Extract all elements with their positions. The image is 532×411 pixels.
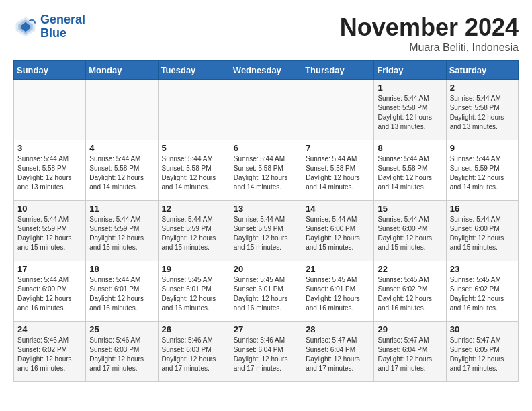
calendar-day-cell: 17Sunrise: 5:44 AM Sunset: 6:00 PM Dayli… bbox=[14, 261, 86, 322]
day-number: 28 bbox=[306, 324, 370, 334]
calendar-day-cell: 13Sunrise: 5:44 AM Sunset: 5:59 PM Dayli… bbox=[230, 201, 302, 261]
weekday-header: Monday bbox=[86, 61, 158, 80]
calendar-day-cell: 4Sunrise: 5:44 AM Sunset: 5:58 PM Daylig… bbox=[86, 140, 158, 201]
calendar-day-cell: 9Sunrise: 5:44 AM Sunset: 5:59 PM Daylig… bbox=[446, 140, 518, 201]
day-number: 21 bbox=[306, 264, 370, 274]
day-number: 12 bbox=[162, 203, 226, 214]
day-number: 8 bbox=[378, 143, 442, 153]
calendar-day-cell: 8Sunrise: 5:44 AM Sunset: 5:58 PM Daylig… bbox=[374, 140, 446, 201]
calendar-day-cell: 30Sunrise: 5:47 AM Sunset: 6:05 PM Dayli… bbox=[446, 322, 518, 382]
day-info: Sunrise: 5:44 AM Sunset: 5:58 PM Dayligh… bbox=[234, 154, 298, 192]
day-number: 14 bbox=[306, 203, 370, 214]
day-info: Sunrise: 5:45 AM Sunset: 6:02 PM Dayligh… bbox=[378, 275, 442, 313]
day-number: 2 bbox=[450, 83, 515, 93]
day-info: Sunrise: 5:45 AM Sunset: 6:01 PM Dayligh… bbox=[234, 275, 298, 313]
page-header: General Blue November 2024 Muara Beliti,… bbox=[13, 13, 519, 54]
day-info: Sunrise: 5:44 AM Sunset: 5:59 PM Dayligh… bbox=[450, 154, 515, 192]
logo: General Blue bbox=[13, 13, 85, 40]
calendar-day-cell bbox=[14, 80, 86, 140]
day-info: Sunrise: 5:47 AM Sunset: 6:04 PM Dayligh… bbox=[378, 336, 442, 373]
calendar-day-cell: 19Sunrise: 5:45 AM Sunset: 6:01 PM Dayli… bbox=[158, 261, 230, 322]
calendar-day-cell: 21Sunrise: 5:45 AM Sunset: 6:01 PM Dayli… bbox=[302, 261, 374, 322]
day-number: 17 bbox=[17, 264, 82, 274]
calendar-week-row: 3Sunrise: 5:44 AM Sunset: 5:58 PM Daylig… bbox=[14, 140, 519, 201]
day-number: 4 bbox=[89, 143, 154, 153]
calendar-day-cell: 12Sunrise: 5:44 AM Sunset: 5:59 PM Dayli… bbox=[158, 201, 230, 261]
calendar-day-cell: 11Sunrise: 5:44 AM Sunset: 5:59 PM Dayli… bbox=[86, 201, 158, 261]
day-number: 6 bbox=[234, 143, 298, 153]
day-info: Sunrise: 5:44 AM Sunset: 6:01 PM Dayligh… bbox=[89, 275, 154, 313]
day-info: Sunrise: 5:44 AM Sunset: 5:58 PM Dayligh… bbox=[17, 154, 82, 192]
calendar-day-cell bbox=[158, 80, 230, 140]
day-info: Sunrise: 5:45 AM Sunset: 6:02 PM Dayligh… bbox=[450, 275, 515, 313]
calendar-day-cell: 27Sunrise: 5:46 AM Sunset: 6:04 PM Dayli… bbox=[230, 322, 302, 382]
calendar-day-cell: 18Sunrise: 5:44 AM Sunset: 6:01 PM Dayli… bbox=[86, 261, 158, 322]
calendar-day-cell: 3Sunrise: 5:44 AM Sunset: 5:58 PM Daylig… bbox=[14, 140, 86, 201]
calendar-day-cell: 24Sunrise: 5:46 AM Sunset: 6:02 PM Dayli… bbox=[14, 322, 86, 382]
calendar-day-cell: 16Sunrise: 5:44 AM Sunset: 6:00 PM Dayli… bbox=[446, 201, 518, 261]
day-info: Sunrise: 5:44 AM Sunset: 5:58 PM Dayligh… bbox=[306, 154, 370, 192]
day-info: Sunrise: 5:46 AM Sunset: 6:04 PM Dayligh… bbox=[234, 336, 298, 373]
day-info: Sunrise: 5:46 AM Sunset: 6:02 PM Dayligh… bbox=[17, 336, 82, 373]
calendar-day-cell: 15Sunrise: 5:44 AM Sunset: 6:00 PM Dayli… bbox=[374, 201, 446, 261]
day-info: Sunrise: 5:47 AM Sunset: 6:04 PM Dayligh… bbox=[306, 336, 370, 373]
logo-line1: General bbox=[40, 13, 85, 27]
calendar-day-cell: 2Sunrise: 5:44 AM Sunset: 5:58 PM Daylig… bbox=[446, 80, 518, 140]
day-info: Sunrise: 5:44 AM Sunset: 5:58 PM Dayligh… bbox=[450, 94, 515, 132]
day-info: Sunrise: 5:44 AM Sunset: 5:58 PM Dayligh… bbox=[89, 154, 154, 192]
calendar-week-row: 1Sunrise: 5:44 AM Sunset: 5:58 PM Daylig… bbox=[14, 80, 519, 140]
weekday-header: Friday bbox=[374, 61, 446, 80]
day-info: Sunrise: 5:44 AM Sunset: 6:00 PM Dayligh… bbox=[306, 215, 370, 253]
day-info: Sunrise: 5:44 AM Sunset: 5:58 PM Dayligh… bbox=[378, 154, 442, 192]
day-number: 27 bbox=[234, 324, 298, 334]
calendar-week-row: 17Sunrise: 5:44 AM Sunset: 6:00 PM Dayli… bbox=[14, 261, 519, 322]
day-info: Sunrise: 5:44 AM Sunset: 5:59 PM Dayligh… bbox=[162, 215, 226, 253]
calendar-day-cell: 22Sunrise: 5:45 AM Sunset: 6:02 PM Dayli… bbox=[374, 261, 446, 322]
day-number: 5 bbox=[162, 143, 226, 153]
calendar-week-row: 24Sunrise: 5:46 AM Sunset: 6:02 PM Dayli… bbox=[14, 322, 519, 382]
day-number: 20 bbox=[234, 264, 298, 274]
calendar-day-cell: 5Sunrise: 5:44 AM Sunset: 5:58 PM Daylig… bbox=[158, 140, 230, 201]
day-info: Sunrise: 5:45 AM Sunset: 6:01 PM Dayligh… bbox=[162, 275, 226, 313]
calendar-day-cell: 28Sunrise: 5:47 AM Sunset: 6:04 PM Dayli… bbox=[302, 322, 374, 382]
calendar-day-cell: 23Sunrise: 5:45 AM Sunset: 6:02 PM Dayli… bbox=[446, 261, 518, 322]
day-number: 15 bbox=[378, 203, 442, 214]
calendar-week-row: 10Sunrise: 5:44 AM Sunset: 5:59 PM Dayli… bbox=[14, 201, 519, 261]
calendar-day-cell: 14Sunrise: 5:44 AM Sunset: 6:00 PM Dayli… bbox=[302, 201, 374, 261]
day-number: 22 bbox=[378, 264, 442, 274]
logo-icon bbox=[13, 15, 38, 39]
day-number: 18 bbox=[89, 264, 154, 274]
day-number: 16 bbox=[450, 203, 515, 214]
weekday-header: Sunday bbox=[14, 61, 86, 80]
day-number: 29 bbox=[378, 324, 442, 334]
day-number: 23 bbox=[450, 264, 515, 274]
calendar-table: SundayMondayTuesdayWednesdayThursdayFrid… bbox=[13, 60, 519, 382]
day-number: 25 bbox=[89, 324, 154, 334]
calendar-day-cell: 6Sunrise: 5:44 AM Sunset: 5:58 PM Daylig… bbox=[230, 140, 302, 201]
weekday-header: Saturday bbox=[446, 61, 518, 80]
calendar-day-cell: 25Sunrise: 5:46 AM Sunset: 6:03 PM Dayli… bbox=[86, 322, 158, 382]
day-info: Sunrise: 5:44 AM Sunset: 5:59 PM Dayligh… bbox=[89, 215, 154, 253]
calendar-day-cell bbox=[230, 80, 302, 140]
weekday-header: Thursday bbox=[302, 61, 374, 80]
day-number: 1 bbox=[378, 83, 442, 93]
day-number: 13 bbox=[234, 203, 298, 214]
calendar-day-cell: 20Sunrise: 5:45 AM Sunset: 6:01 PM Dayli… bbox=[230, 261, 302, 322]
month-title: November 2024 bbox=[340, 13, 519, 42]
day-number: 30 bbox=[450, 324, 515, 334]
day-number: 9 bbox=[450, 143, 515, 153]
calendar-day-cell bbox=[302, 80, 374, 140]
day-info: Sunrise: 5:44 AM Sunset: 5:59 PM Dayligh… bbox=[234, 215, 298, 253]
weekday-header: Wednesday bbox=[230, 61, 302, 80]
calendar-day-cell: 7Sunrise: 5:44 AM Sunset: 5:58 PM Daylig… bbox=[302, 140, 374, 201]
weekday-header: Tuesday bbox=[158, 61, 230, 80]
day-info: Sunrise: 5:45 AM Sunset: 6:01 PM Dayligh… bbox=[306, 275, 370, 313]
day-info: Sunrise: 5:47 AM Sunset: 6:05 PM Dayligh… bbox=[450, 336, 515, 373]
calendar-day-cell: 1Sunrise: 5:44 AM Sunset: 5:58 PM Daylig… bbox=[374, 80, 446, 140]
day-info: Sunrise: 5:46 AM Sunset: 6:03 PM Dayligh… bbox=[162, 336, 226, 373]
day-number: 11 bbox=[89, 203, 154, 214]
day-info: Sunrise: 5:44 AM Sunset: 6:00 PM Dayligh… bbox=[378, 215, 442, 253]
calendar-day-cell: 10Sunrise: 5:44 AM Sunset: 5:59 PM Dayli… bbox=[14, 201, 86, 261]
day-info: Sunrise: 5:44 AM Sunset: 6:00 PM Dayligh… bbox=[450, 215, 515, 253]
day-info: Sunrise: 5:46 AM Sunset: 6:03 PM Dayligh… bbox=[89, 336, 154, 373]
